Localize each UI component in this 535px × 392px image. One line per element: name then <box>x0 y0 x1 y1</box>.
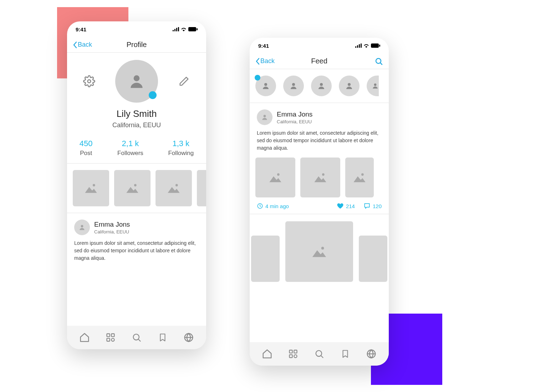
story-item[interactable] <box>339 76 360 96</box>
tab-bar <box>250 342 389 366</box>
svg-point-7 <box>134 75 140 81</box>
carousel-thumb[interactable] <box>285 221 353 282</box>
stat-posts-label: Post <box>80 150 93 157</box>
story-new-dot <box>255 75 260 81</box>
post-author-avatar[interactable] <box>74 220 90 235</box>
svg-rect-38 <box>289 355 292 357</box>
home-icon <box>79 332 90 343</box>
story-item[interactable] <box>283 76 304 96</box>
svg-point-39 <box>294 355 297 357</box>
svg-rect-37 <box>294 350 297 353</box>
svg-rect-2 <box>176 28 177 31</box>
feed-carousel <box>250 214 389 282</box>
story-item[interactable] <box>255 76 276 96</box>
post-body: Lorem ipsum dolor sit amet, consectetur … <box>257 129 382 152</box>
status-bar: 9:41 <box>250 38 389 53</box>
tab-home[interactable] <box>78 331 91 344</box>
back-label: Back <box>260 57 275 65</box>
nav-search-button[interactable] <box>374 57 383 66</box>
edit-profile-button[interactable] <box>177 74 191 88</box>
like-button[interactable]: 214 <box>337 202 355 210</box>
comment-button[interactable]: 120 <box>363 202 382 210</box>
feed-post: Emma Jons California, EEUU Lorem ipsum d… <box>67 213 206 266</box>
svg-point-35 <box>321 247 324 250</box>
tab-web[interactable] <box>365 347 378 360</box>
tab-home[interactable] <box>261 347 274 360</box>
stat-following[interactable]: 1,3 k Following <box>168 139 194 157</box>
profile-gallery <box>67 164 206 213</box>
grid-icon <box>288 349 298 359</box>
settings-button[interactable] <box>82 74 96 88</box>
back-label: Back <box>78 41 92 48</box>
back-button[interactable]: Back <box>73 41 92 48</box>
carousel-thumb[interactable] <box>359 236 387 282</box>
chevron-left-icon <box>73 41 77 48</box>
svg-rect-36 <box>289 350 292 353</box>
status-bar: 9:41 <box>67 21 206 37</box>
svg-point-8 <box>93 184 95 186</box>
post-author-location: California, EEUU <box>94 229 130 234</box>
post-author-name: Emma Jons <box>94 221 130 228</box>
tab-bookmark[interactable] <box>339 347 352 360</box>
image-icon <box>268 171 282 184</box>
svg-rect-18 <box>355 46 356 48</box>
stories-row <box>250 69 389 103</box>
gallery-thumb[interactable] <box>114 170 151 206</box>
svg-rect-21 <box>361 43 362 48</box>
tab-search[interactable] <box>130 331 143 344</box>
carousel-thumb[interactable] <box>251 236 280 282</box>
gallery-thumb[interactable] <box>73 170 109 206</box>
tab-grid[interactable] <box>104 331 117 344</box>
post-thumb[interactable] <box>300 158 340 197</box>
person-icon <box>128 72 146 90</box>
person-icon <box>78 224 86 231</box>
battery-icon <box>188 27 198 31</box>
stat-posts-value: 450 <box>80 139 93 148</box>
person-icon <box>261 114 268 121</box>
profile-avatar[interactable] <box>115 60 158 103</box>
profile-header <box>67 53 206 105</box>
tab-web[interactable] <box>182 331 195 344</box>
post-time-label: 4 min ago <box>265 203 289 209</box>
svg-point-6 <box>88 80 91 83</box>
bookmark-icon <box>341 349 350 359</box>
gallery-thumb[interactable] <box>197 170 206 206</box>
grid-icon <box>106 332 116 342</box>
post-header: Emma Jons California, EEUU <box>257 109 382 125</box>
svg-point-25 <box>264 83 267 86</box>
person-icon <box>317 82 326 90</box>
back-button[interactable]: Back <box>255 57 275 65</box>
svg-rect-5 <box>197 28 198 30</box>
svg-rect-1 <box>174 29 175 31</box>
gallery-thumb[interactable] <box>156 170 192 206</box>
svg-point-28 <box>348 83 351 86</box>
image-icon <box>167 182 181 195</box>
nav-bar: Back Profile <box>67 37 206 53</box>
globe-icon <box>183 332 194 343</box>
story-item[interactable] <box>367 76 379 96</box>
post-thumb[interactable] <box>345 158 374 197</box>
globe-icon <box>366 349 377 359</box>
profile-name: Lily Smith <box>67 108 206 119</box>
svg-rect-19 <box>357 45 358 48</box>
clock-icon <box>257 203 263 209</box>
tab-search[interactable] <box>313 347 326 360</box>
post-thumb[interactable] <box>255 158 295 197</box>
story-item[interactable] <box>311 76 332 96</box>
post-author-avatar[interactable] <box>257 109 272 125</box>
stat-followers[interactable]: 2,1 k Followers <box>117 139 143 157</box>
comment-icon <box>363 202 371 210</box>
post-author-name: Emma Jons <box>277 110 312 118</box>
feed-post: Emma Jons California, EEUU Lorem ipsum d… <box>250 103 389 214</box>
like-count: 214 <box>346 203 355 209</box>
online-status-dot <box>149 91 157 99</box>
status-time: 9:41 <box>258 43 269 49</box>
svg-point-26 <box>292 83 295 86</box>
svg-point-30 <box>264 115 266 117</box>
image-icon <box>125 182 139 195</box>
svg-rect-20 <box>359 44 360 48</box>
tab-grid[interactable] <box>287 347 300 360</box>
stat-posts[interactable]: 450 Post <box>80 139 93 157</box>
svg-rect-0 <box>173 30 174 31</box>
tab-bookmark[interactable] <box>156 331 169 344</box>
